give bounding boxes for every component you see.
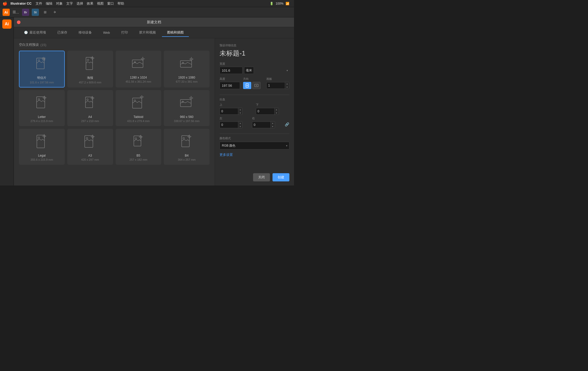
app-name[interactable]: Illustrator CC [10,2,31,5]
template-name-1920: 1920 x 1080 [178,76,195,79]
template-name-a3: A3 [88,154,92,157]
svg-rect-52 [133,98,142,108]
stock-icon[interactable]: St [32,9,39,16]
width-label: 宽度 [220,62,289,66]
template-card-b4[interactable]: B4 364 x 257 mm [164,129,210,165]
sidebar-ai-logo: Ai [2,19,12,29]
tab-film[interactable]: 胶片和视频 [134,29,161,37]
template-name-legal: Legal [38,154,46,157]
height-input[interactable] [220,82,240,89]
bleed-right-group: 右 ▲ ▼ [252,116,282,128]
bridge-icon[interactable]: Br [22,9,29,16]
height-label: 高度 [220,77,241,81]
template-size-b5: 257 x 182 mm [129,158,147,161]
menu-effect[interactable]: 效果 [87,1,93,6]
left-panel: 空白文档预设 (15) [14,38,215,185]
template-card-letter[interactable]: Letter 279.4 x 215.9 mm [19,90,65,126]
template-card-poster[interactable]: 海报 457.2 x 609.6 mm [67,51,113,88]
chain-link-icon[interactable]: 🔗 [284,122,289,126]
tab-saved[interactable]: 已保存 [52,29,72,37]
template-card-b5[interactable]: B5 257 x 182 mm [116,129,161,165]
template-icon-letter [33,95,51,113]
grid-icon[interactable]: ⊞ [41,9,49,16]
template-card-960[interactable]: 960 x 560 338.67 x 197.56 mm [164,90,210,126]
menu-object[interactable]: 对象 [56,1,63,6]
svg-line-10 [45,57,45,58]
template-card-a4[interactable]: A4 297 x 210 mm [67,90,113,126]
svg-point-93 [183,137,184,139]
unit-select[interactable]: 毫米 [244,67,254,74]
svg-rect-92 [182,136,189,147]
bleed-right-input[interactable] [252,122,270,128]
bleed-top-input[interactable] [220,108,238,115]
close-button[interactable]: 关闭 [253,173,270,181]
menubar: 🍎 Illustrator CC 文件 编辑 对象 文字 选择 效果 视图 窗口… [0,0,294,7]
svg-rect-28 [180,61,192,67]
tab-recent[interactable]: 🕐 最近使用项 [19,29,51,37]
bleed-left-decrement[interactable]: ▼ [238,125,242,128]
menu-view[interactable]: 视图 [97,1,104,6]
menu-items: 文件 编辑 对象 文字 选择 效果 视图 窗口 帮助 [36,1,124,6]
send-icon[interactable]: ✈ [51,9,58,16]
bleed-right-increment[interactable]: ▲ [271,122,275,125]
template-card-legal[interactable]: Legal 355.6 x 215.9 mm [19,129,65,165]
template-card-1920[interactable]: 1920 x 1080 677.33 x 381 mm [164,51,210,88]
menu-select[interactable]: 选择 [77,1,83,6]
apple-menu[interactable]: 🍎 [3,1,7,6]
divider-2 [220,134,289,134]
bleed-bottom-increment[interactable]: ▲ [275,108,279,111]
svg-point-13 [87,59,89,61]
bleed-left-input[interactable] [220,122,238,128]
artboard-decrement[interactable]: ▼ [285,85,289,89]
menu-window[interactable]: 窗口 [107,1,114,6]
svg-rect-68 [37,135,45,148]
template-size-a4: 297 x 210 mm [81,119,99,123]
bleed-top-group: 上 ▲ ▼ [220,103,253,115]
right-icons: 🔋 100% 📶 [270,2,291,5]
more-settings-link[interactable]: 更多设置 [220,152,289,157]
template-icon-legal [33,133,51,151]
bleed-bottom-input[interactable] [256,108,274,115]
template-name-b4: B4 [185,154,189,157]
template-card-tabloid[interactable]: Tabloid 431.8 x 279.4 mm [116,90,161,126]
bleed-left-increment[interactable]: ▲ [238,122,242,125]
menu-help[interactable]: 帮助 [117,1,124,6]
portrait-button[interactable] [243,82,251,89]
template-size-tabloid: 431.8 x 279.4 mm [127,119,150,123]
template-card-postcard[interactable]: 明信片 101.6 x 197.56 mm [19,51,65,88]
artboard-spinners: ▲ ▼ [285,82,289,89]
color-mode-select[interactable]: RGB 颜色 CMYK 颜色 [220,142,289,149]
tab-web[interactable]: Web [98,29,115,37]
bleed-right-spinners: ▲ ▼ [270,121,275,128]
template-name-postcard: 明信片 [37,76,46,80]
template-icon-tabloid [129,95,147,113]
bleed-label: 出血 [220,97,289,101]
menu-text[interactable]: 文字 [66,1,73,6]
battery-icon: 🔋 [270,2,274,5]
bleed-top-decrement[interactable]: ▼ [238,111,242,115]
bleed-top-wrap: ▲ ▼ [220,108,243,115]
landscape-button[interactable] [252,82,260,89]
bleed-bottom-label: 下 [256,103,290,107]
bleed-bottom-decrement[interactable]: ▼ [275,111,279,115]
bleed-top-increment[interactable]: ▲ [238,108,242,111]
template-card-a3[interactable]: A3 420 x 297 mm [67,129,113,165]
width-input[interactable] [220,67,243,74]
bleed-bottom-control: ▲ ▼ [256,108,290,115]
artboard-increment[interactable]: ▲ [285,82,289,85]
menu-edit[interactable]: 编辑 [46,1,52,6]
template-icon-b5 [129,133,147,151]
dialog-close-button[interactable] [17,20,20,24]
bleed-right-decrement[interactable]: ▼ [271,125,275,128]
svg-point-79 [92,136,93,137]
template-card-1280[interactable]: 1280 x 1024 451.56 x 361.24 mm [116,51,161,88]
create-button[interactable]: 创建 [273,173,289,181]
tab-mobile[interactable]: 移动设备 [73,29,97,37]
tab-illustration[interactable]: 图稿和插图 [162,29,189,37]
tabs-bar: 🕐 最近使用项 已保存 移动设备 Web 打印 胶片和视频 图稿和插图 [14,27,294,38]
menu-file[interactable]: 文件 [36,1,42,6]
toolbar-app-icon: Ill... [12,9,19,16]
tab-print[interactable]: 打印 [116,29,133,37]
artboard-input[interactable] [266,82,285,89]
height-col: 高度 [220,77,241,89]
